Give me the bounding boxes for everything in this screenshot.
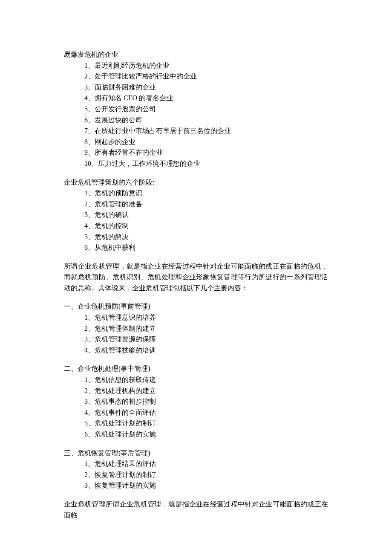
section3-block: 一、企业危机预防(事前管理) 1、危机管理意识的培养 2、危机管理体制的建立 3… bbox=[64, 301, 328, 356]
list-item: 4、危机的控制 bbox=[84, 220, 328, 231]
paragraph-definition: 所谓企业危机管理，就是指企业在经营过程中针对企业可能面临的或正在面临的危机，而就… bbox=[64, 261, 328, 294]
list-item: 1、最近刚刚经历危机的企业 bbox=[84, 60, 328, 71]
document-page: 易爆发危机的企业 1、最近刚刚经历危机的企业 2、处于管理比较严格的行业中的企业… bbox=[0, 0, 392, 555]
list-item: 8、刚起步的企业 bbox=[84, 136, 328, 147]
list-item: 5、危机处理计划的制订 bbox=[84, 418, 328, 429]
list-item: 6、发展过快的公司 bbox=[84, 115, 328, 126]
list-item: 3、面临财务困难的企业 bbox=[84, 82, 328, 93]
list-item: 2、危机管理体制的建立 bbox=[84, 323, 328, 334]
list-item: 4、拥有知名 CEO 的著名企业 bbox=[84, 92, 328, 104]
section5-list: 1、危机处理结果的评估 2、恢复管理计划的制订 3、恢复管理计划的实施 bbox=[64, 458, 328, 491]
list-item: 2、危机处理机构的建立 bbox=[84, 385, 328, 396]
list-item: 1、危机处理结果的评估 bbox=[84, 458, 328, 469]
list-item: 5、公开发行股票的公司 bbox=[84, 104, 328, 115]
list-item: 9、所有者经常不在的企业 bbox=[84, 147, 328, 158]
list-item: 3、危机的确认 bbox=[84, 209, 328, 220]
list-item: 4、危机管理技能的培训 bbox=[84, 345, 328, 356]
list-item: 1、危机信息的获取传递 bbox=[84, 374, 328, 385]
section4-block: 二、企业危机处理(事中管理) 1、危机信息的获取传递 2、危机处理机构的建立 3… bbox=[64, 363, 328, 439]
section1-title: 易爆发危机的企业 bbox=[64, 49, 328, 60]
list-item: 6、危机处理计划的实施 bbox=[84, 429, 328, 440]
list-item: 2、处于管理比较严格的行业中的企业 bbox=[84, 71, 328, 82]
section5-block: 三、危机恢复管理(事后管理) 1、危机处理结果的评估 2、恢复管理计划的制订 3… bbox=[64, 448, 328, 491]
list-item: 10、压力过大，工作环境不理想的企业 bbox=[84, 158, 328, 169]
list-item: 2、恢复管理计划的制订 bbox=[84, 469, 328, 480]
list-item: 1、危机管理意识的培养 bbox=[84, 312, 328, 323]
list-item: 6、从危机中获利 bbox=[84, 242, 328, 253]
list-item: 3、危机管理资源的保障 bbox=[84, 334, 328, 345]
section3-title: 一、企业危机预防(事前管理) bbox=[64, 301, 328, 312]
list-item: 7、在所处行业中市场占有率居于前三名位的企业 bbox=[84, 125, 328, 136]
section2-list: 1、危机的预防意识 2、危机管理的准备 3、危机的确认 4、危机的控制 5、危机… bbox=[64, 188, 328, 253]
list-item: 2、危机管理的准备 bbox=[84, 199, 328, 210]
list-item: 5、危机的解决 bbox=[84, 231, 328, 243]
section2-title: 企业危机管理策划的六个阶段: bbox=[64, 177, 328, 188]
section3-list: 1、危机管理意识的培养 2、危机管理体制的建立 3、危机管理资源的保障 4、危机… bbox=[64, 312, 328, 356]
paragraph-trailing: 企业危机管理所谓企业危机管理，就是指企业在经营过程中针对企业可能面临的或正在面临 bbox=[64, 499, 328, 520]
list-item: 3、恢复管理计划的实施 bbox=[84, 480, 328, 491]
list-item: 1、危机的预防意识 bbox=[84, 188, 328, 199]
section4-list: 1、危机信息的获取传递 2、危机处理机构的建立 3、危机事态的初步控制 4、危机… bbox=[64, 374, 328, 440]
list-item: 3、危机事态的初步控制 bbox=[84, 396, 328, 407]
section4-title: 二、企业危机处理(事中管理) bbox=[64, 363, 328, 374]
list-item: 4、危机事件的全面评估 bbox=[84, 407, 328, 418]
section1-list: 1、最近刚刚经历危机的企业 2、处于管理比较严格的行业中的企业 3、面临财务困难… bbox=[64, 60, 328, 169]
section5-title: 三、危机恢复管理(事后管理) bbox=[64, 448, 328, 459]
